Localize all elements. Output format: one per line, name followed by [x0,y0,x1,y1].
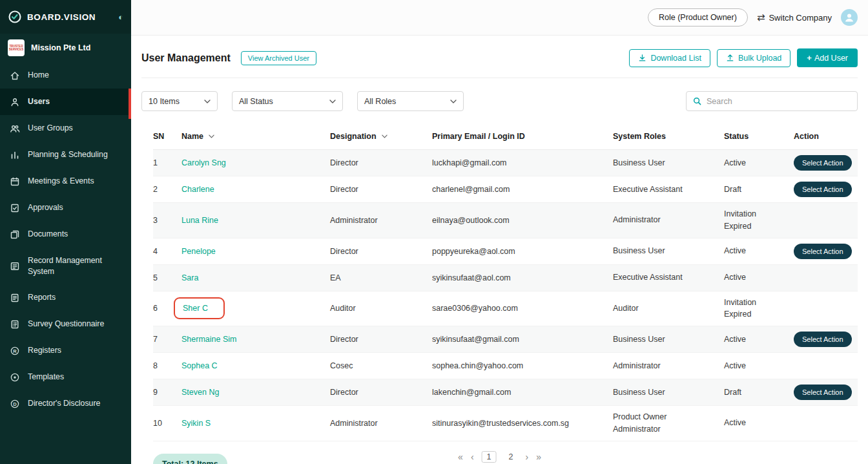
collapse-sidebar-icon[interactable]: ◐ [118,12,123,22]
download-list-button[interactable]: Download List [629,49,710,67]
report-icon [9,292,20,303]
view-archived-user-button[interactable]: View Archived User [241,51,316,65]
user-name-link[interactable]: Carolyn Sng [181,158,226,167]
cell-status: Draft [724,184,794,196]
cell-status: Draft [724,386,794,399]
cell-email: sarae0306@yahoo.com [432,304,613,313]
sidebar-item-label: Registers [28,345,61,356]
sidebar-item-reports[interactable]: Reports [0,284,131,311]
cell-email: lakenchin@gmail.com [432,388,613,397]
sidebar-nav: Home Users User Groups Planning & Schedu… [0,62,131,417]
add-user-button[interactable]: + Add User [797,48,858,67]
select-action-button[interactable]: Select Action [794,182,852,197]
sidebar-item-directors-disclosure[interactable]: D Director's Disclosure [0,390,131,417]
sidebar-item-label: Home [28,70,49,81]
cell-status: Invitation Expired [724,208,794,233]
documents-icon [9,229,20,240]
select-action-button[interactable]: Select Action [794,155,852,171]
items-per-page-select[interactable]: 10 Items [141,91,218,111]
upload-icon [726,54,734,62]
table-row: 3 Luna Rine Administrator eilnaya@outloo… [153,203,858,238]
pagination-first[interactable]: « [458,452,463,462]
user-name-link[interactable]: Syikin S [181,419,211,428]
role-button[interactable]: Role (Product Owner) [648,8,748,26]
avatar[interactable] [841,9,858,26]
record-icon [9,260,20,271]
svg-text:R: R [13,348,17,353]
sidebar-item-templates[interactable]: Templates [0,364,131,390]
user-name-link[interactable]: Sher C [183,304,208,313]
table-row: 2 Charlene Director charlenel@gmail.com … [153,176,858,203]
user-name-link[interactable]: Penelope [181,247,216,256]
sort-chevron-icon[interactable] [209,134,214,138]
sidebar-item-home[interactable]: Home [0,62,131,89]
users-table: SN Name Designation Primary Email / Logi… [141,123,858,441]
table-footer: Total: 12 Items « ‹ 1 2 › » [141,450,858,464]
sidebar-item-users[interactable]: Users [0,89,131,115]
user-name-link[interactable]: Charlene [181,185,214,194]
status-filter-value: All Status [239,97,273,106]
sidebar-item-label: Approvals [28,202,63,213]
switch-company-button[interactable]: ⇄ Switch Company [757,12,832,23]
total-items-badge: Total: 12 Items [153,454,227,464]
sidebar-header: BOARD.VISION ◐ [0,0,131,34]
sidebar-item-planning-scheduling[interactable]: Planning & Scheduling [0,142,131,168]
content: User Management View Archived User Downl… [131,36,868,464]
bulk-upload-button[interactable]: Bulk Upload [717,49,790,67]
cell-status: Active [724,271,794,284]
sidebar-item-approvals[interactable]: Approvals [0,195,131,221]
cell-email: sitinurasyikin@trustedservices.com.sg [432,419,613,428]
user-name-link[interactable]: Steven Ng [181,388,219,397]
sidebar-item-documents[interactable]: Documents [0,221,131,248]
select-action-button[interactable]: Select Action [794,244,852,259]
cell-designation: Administrator [330,419,432,428]
pagination-page-2[interactable]: 2 [504,452,518,462]
cell-system-roles: Product Owner Administrator [613,411,724,436]
pagination-next[interactable]: › [525,452,528,462]
user-name-link[interactable]: Shermaine Sim [181,335,236,344]
sidebar-item-record-management[interactable]: Record Management System [0,248,131,284]
cell-designation: Cosec [330,361,432,370]
sidebar-item-survey-questionnaire[interactable]: Survey Questionnaire [0,311,131,337]
table-row: 5 Sara EA syikinsufaat@aol.com Executive… [153,265,858,291]
cell-system-roles: Business User [613,386,724,399]
cell-system-roles: Executive Assistant [613,271,724,284]
search-input[interactable] [707,97,851,106]
roles-filter-select[interactable]: All Roles [357,91,464,111]
sort-chevron-icon[interactable] [382,134,388,138]
company-selector[interactable]: TRUSTED SERVICES Mission Pte Ltd [0,34,131,62]
cell-email: sophea.chin@yahoo.com [432,361,613,370]
select-action-button[interactable]: Select Action [794,385,852,400]
switch-company-label: Switch Company [769,13,832,23]
sidebar-item-label: Director's Disclosure [28,398,100,409]
cell-sn: 9 [153,388,181,397]
column-header-name[interactable]: Name [181,132,330,141]
cell-email: charlenel@gmail.com [432,185,613,194]
select-action-button[interactable]: Select Action [794,332,852,347]
sidebar-item-label: Reports [28,292,56,303]
company-logo-text: TRUSTED SERVICES [8,44,25,52]
pagination-prev[interactable]: ‹ [471,452,474,462]
status-filter-select[interactable]: All Status [232,91,343,111]
table-body: 1 Carolyn Sng Director luckhapi@gmail.co… [153,150,858,441]
pagination-page-1[interactable]: 1 [482,451,497,463]
user-name-link[interactable]: Sophea C [181,361,218,370]
user-name-link[interactable]: Sara [181,273,198,282]
sidebar-item-user-groups[interactable]: User Groups [0,115,131,142]
app-root: BOARD.VISION ◐ TRUSTED SERVICES Mission … [0,0,868,464]
cell-designation: Director [330,158,432,167]
add-user-label: Add User [814,54,848,63]
table-row: 4 Penelope Director poppyeureka@aol.com … [153,238,858,265]
cell-status: Active [724,360,794,372]
cell-designation: Director [330,388,432,397]
pagination-last[interactable]: » [536,452,541,462]
cell-system-roles: Administrator [613,214,724,226]
column-header-designation[interactable]: Designation [330,132,432,141]
cell-designation: Administrator [330,216,432,225]
user-name-link[interactable]: Luna Rine [181,216,218,225]
cell-email: eilnaya@outlook.com [432,216,613,225]
sidebar-item-registers[interactable]: R Registers [0,337,131,364]
calendar-icon [9,176,20,187]
sidebar-item-meetings-events[interactable]: Meetings & Events [0,168,131,195]
table-row: 9 Steven Ng Director lakenchin@gmail.com… [153,379,858,406]
